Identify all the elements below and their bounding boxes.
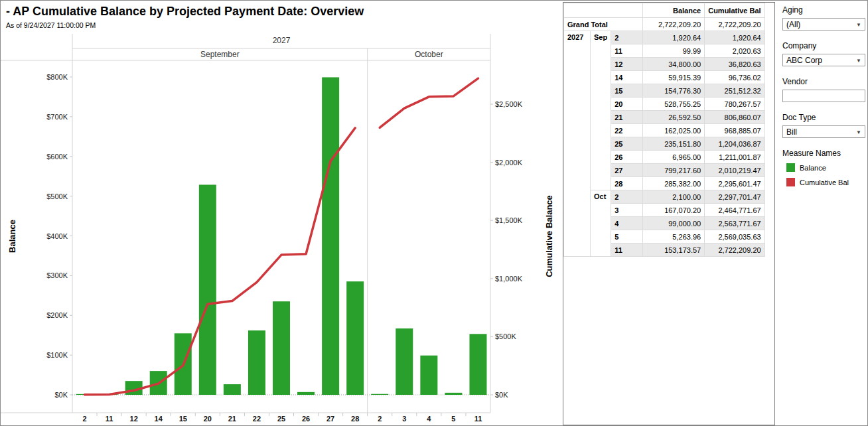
year-cell[interactable]: 2027 [564,31,591,257]
left-axis-tick-label: $0K [54,391,68,399]
cumulative-cell[interactable]: 806,860.07 [705,111,764,124]
cumulative-line[interactable] [85,128,356,395]
day-cell[interactable]: 26 [611,151,643,164]
legend-swatch-icon [786,163,795,172]
filter-doc-type-label: Doc Type [782,113,864,122]
day-cell[interactable]: 4 [611,217,643,230]
cumulative-cell[interactable]: 251,512.32 [705,84,764,98]
balance-bar[interactable] [248,330,265,395]
right-axis-tick-label: $1,500K [495,216,523,224]
cumulative-cell[interactable]: 36,820.63 [705,58,764,71]
filter-vendor: Vendor [782,77,864,102]
day-cell[interactable]: 27 [611,164,643,177]
aging-dropdown[interactable]: (All) ▼ [782,18,865,31]
balance-bar[interactable] [346,281,364,395]
cumulative-cell[interactable]: 1,211,001.87 [705,151,764,164]
company-selected-value: ABC Corp [786,56,822,65]
doc-type-dropdown[interactable]: Bill ▼ [782,125,865,138]
day-cell[interactable]: 3 [611,204,643,217]
x-tick-label: 14 [155,415,163,423]
day-cell[interactable]: 28 [611,177,643,190]
balance-cell[interactable]: 235,151.80 [643,137,705,151]
column-header-cumulative[interactable]: Cumulative Bal [705,3,764,18]
x-tick-label: 27 [326,415,334,423]
filter-aging-label: Aging [782,5,864,15]
company-dropdown[interactable]: ABC Corp ▼ [782,54,865,66]
balance-cell[interactable]: 162,025.00 [643,124,705,137]
legend-item[interactable]: Cumulative Bal [786,178,864,186]
balance-cell[interactable]: 799,217.60 [643,164,705,177]
x-tick-label: 28 [351,415,359,423]
filter-vendor-label: Vendor [782,77,864,86]
x-tick-label: 20 [204,415,212,423]
balance-cell[interactable]: 154,776.30 [643,84,705,98]
cumulative-cell[interactable]: 2,569,035.63 [705,230,764,244]
balance-cell[interactable]: 5,263.96 [643,230,705,244]
balance-cell[interactable]: 153,173.57 [643,244,705,257]
day-cell[interactable]: 21 [611,111,643,124]
cumulative-cell[interactable]: 2,010,219.47 [705,164,764,177]
balance-bar[interactable] [469,334,486,395]
cumulative-cell[interactable]: 2,295,601.47 [705,177,764,190]
x-tick-label: 11 [106,415,113,423]
balance-cell[interactable]: 34,800.00 [643,58,705,71]
cumulative-line[interactable] [380,78,478,127]
day-cell[interactable]: 5 [611,230,643,244]
balance-bar[interactable] [371,394,388,395]
chevron-down-icon: ▼ [856,129,861,135]
balance-cell[interactable]: 59,915.39 [643,71,705,84]
x-tick-label: 15 [179,415,187,423]
day-cell[interactable]: 25 [611,137,643,151]
balance-bar[interactable] [322,77,339,395]
day-cell[interactable]: 11 [611,44,643,58]
left-axis-tick-label: $100K [46,351,68,359]
day-cell[interactable]: 22 [611,124,643,137]
vendor-input[interactable] [782,90,865,102]
balance-cell[interactable]: 1,920.64 [643,31,705,44]
cumulative-cell[interactable]: 1,920.64 [705,31,764,44]
table-row: 2027Sep2 1,920.64 1,920.64 [564,31,765,44]
balance-cell[interactable]: 99,000.00 [643,217,705,230]
balance-bar[interactable] [445,393,462,395]
balance-cell[interactable]: 26,592.50 [643,111,705,124]
balance-cell[interactable]: 6,965.00 [643,151,705,164]
month-cell[interactable]: Oct [591,190,611,257]
balance-cell[interactable]: 2,100.00 [643,190,705,204]
balance-bar[interactable] [297,392,315,395]
doc-type-selected-value: Bill [786,127,797,137]
day-cell[interactable]: 14 [611,71,643,84]
balance-cell[interactable]: 99.99 [643,44,705,58]
cumulative-cell[interactable]: 2,464,771.67 [705,204,764,217]
cumulative-cell[interactable]: 2,563,771.67 [705,217,764,230]
left-axis-tick-label: $800K [46,73,68,81]
balance-bar[interactable] [224,384,241,395]
left-axis-title: Balance [7,220,17,253]
cumulative-cell[interactable]: 968,885.07 [705,124,764,137]
cumulative-cell[interactable]: 1,204,036.87 [705,137,764,151]
chart-panel: - AP Cumulative Balance by Projected Pay… [1,1,561,426]
day-cell[interactable]: 2 [611,31,643,44]
cumulative-cell[interactable]: 2,722,209.20 [705,244,764,257]
balance-cell[interactable]: 167,070.20 [643,204,705,217]
balance-cell[interactable]: 285,382.00 [643,177,705,190]
legend-item[interactable]: Balance [786,163,864,172]
balance-bar[interactable] [420,356,437,395]
cumulative-cell[interactable]: 2,297,701.47 [705,190,764,204]
cumulative-cell[interactable]: 96,736.02 [705,71,764,84]
balance-cell[interactable]: 528,755.25 [643,98,705,111]
day-cell[interactable]: 2 [611,190,643,204]
day-cell[interactable]: 15 [611,84,643,98]
balance-bar[interactable] [273,301,290,395]
grand-total-balance[interactable]: 2,722,209.20 [643,18,705,31]
balance-bar[interactable] [396,328,413,395]
column-header-balance[interactable]: Balance [643,3,705,18]
cumulative-cell[interactable]: 2,020.63 [705,44,764,58]
day-cell[interactable]: 11 [611,244,643,257]
month-cell[interactable]: Sep [591,31,611,190]
day-cell[interactable]: 20 [611,98,643,111]
grand-total-cumulative[interactable]: 2,722,209.20 [705,18,764,31]
day-cell[interactable]: 12 [611,58,643,71]
balance-bar[interactable] [199,184,216,395]
cumulative-cell[interactable]: 780,267.57 [705,98,764,111]
x-tick-label: 12 [130,415,138,423]
